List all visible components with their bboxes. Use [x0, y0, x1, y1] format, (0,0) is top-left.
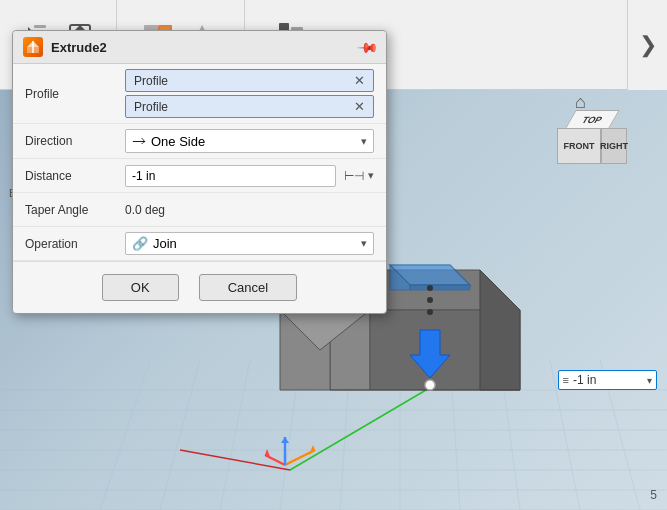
svg-line-19: [160, 360, 200, 510]
distance-arrows: ⊢⊣: [344, 170, 364, 182]
nav-cube-inner: TOP FRONT RIGHT: [557, 110, 627, 180]
svg-rect-2: [34, 25, 46, 28]
operation-chevron-icon: ▾: [361, 237, 367, 250]
taper-angle-label: Taper Angle: [25, 203, 125, 217]
profile-item-1-text: Profile: [134, 74, 168, 88]
svg-point-43: [427, 309, 433, 315]
dialog-body: Profile Profile ✕ Profile ✕ Direction: [13, 64, 386, 261]
direction-chevron-icon: ▾: [361, 135, 367, 148]
profile-item-1[interactable]: Profile ✕: [125, 69, 374, 92]
floating-input-arrow[interactable]: ▾: [647, 375, 652, 386]
operation-value: Join: [153, 236, 177, 251]
distance-extend-icon: ⊢⊣: [344, 170, 364, 182]
floating-distance-input[interactable]: ≡ -1 in ▾: [558, 370, 657, 390]
operation-left: 🔗 Join: [132, 236, 177, 251]
pin-icon[interactable]: 📌: [356, 35, 379, 58]
profile-label: Profile: [25, 87, 125, 101]
operation-row: Operation 🔗 Join ▾: [13, 227, 386, 261]
direction-label: Direction: [25, 134, 125, 148]
svg-line-18: [100, 360, 150, 510]
taper-angle-content: 0.0 deg: [125, 203, 374, 217]
dialog-title: Extrude2: [51, 40, 107, 55]
dialog-title-left: Extrude2: [23, 37, 107, 57]
direction-content: 🡒 One Side ▾: [125, 129, 374, 153]
operation-dropdown[interactable]: 🔗 Join ▾: [125, 232, 374, 255]
svg-marker-33: [480, 270, 520, 390]
cube-face-right[interactable]: RIGHT: [601, 128, 627, 164]
cancel-button[interactable]: Cancel: [199, 274, 297, 301]
direction-dropdown[interactable]: 🡒 One Side ▾: [125, 129, 374, 153]
direction-icon: 🡒: [132, 133, 146, 149]
svg-point-51: [425, 380, 435, 390]
profile-item-2-remove[interactable]: ✕: [354, 99, 365, 114]
svg-line-20: [220, 360, 250, 510]
page-number: 5: [650, 488, 657, 502]
toolbar-nav-arrow[interactable]: ❯: [627, 0, 667, 90]
profile-list: Profile ✕ Profile ✕: [125, 69, 374, 118]
floating-input-icon: ≡: [563, 374, 569, 386]
profile-content: Profile ✕ Profile ✕: [125, 69, 374, 118]
distance-dropdown-arrow[interactable]: ▾: [368, 169, 374, 182]
distance-content: -1 in ⊢⊣ ▾: [125, 165, 374, 187]
svg-marker-50: [281, 437, 289, 443]
cube-face-front[interactable]: FRONT: [557, 128, 601, 164]
profile-row: Profile Profile ✕ Profile ✕: [13, 64, 386, 124]
direction-row: Direction 🡒 One Side ▾: [13, 124, 386, 159]
nav-cube[interactable]: ⌂ TOP FRONT RIGHT: [547, 110, 637, 200]
join-icon: 🔗: [132, 236, 148, 251]
svg-marker-40: [410, 285, 470, 290]
taper-angle-value: 0.0 deg: [125, 203, 165, 217]
extrude-icon: [23, 37, 43, 57]
direction-left: 🡒 One Side: [132, 133, 205, 149]
extrude-dialog: Extrude2 📌 Profile Profile ✕ Profile ✕: [12, 30, 387, 314]
distance-field[interactable]: -1 in: [132, 169, 329, 183]
cube-face-top[interactable]: TOP: [564, 110, 620, 130]
distance-input-box[interactable]: -1 in: [125, 165, 336, 187]
direction-value: One Side: [151, 134, 205, 149]
profile-item-1-remove[interactable]: ✕: [354, 73, 365, 88]
dialog-titlebar: Extrude2 📌: [13, 31, 386, 64]
profile-item-2[interactable]: Profile ✕: [125, 95, 374, 118]
floating-distance-field[interactable]: -1 in: [573, 373, 643, 387]
svg-point-42: [427, 297, 433, 303]
ok-button[interactable]: OK: [102, 274, 179, 301]
dialog-buttons: OK Cancel: [13, 261, 386, 313]
distance-label: Distance: [25, 169, 125, 183]
taper-angle-row: Taper Angle 0.0 deg: [13, 193, 386, 227]
profile-item-2-text: Profile: [134, 100, 168, 114]
distance-row: Distance -1 in ⊢⊣ ▾: [13, 159, 386, 193]
operation-content: 🔗 Join ▾: [125, 232, 374, 255]
operation-label: Operation: [25, 237, 125, 251]
svg-point-41: [427, 285, 433, 291]
